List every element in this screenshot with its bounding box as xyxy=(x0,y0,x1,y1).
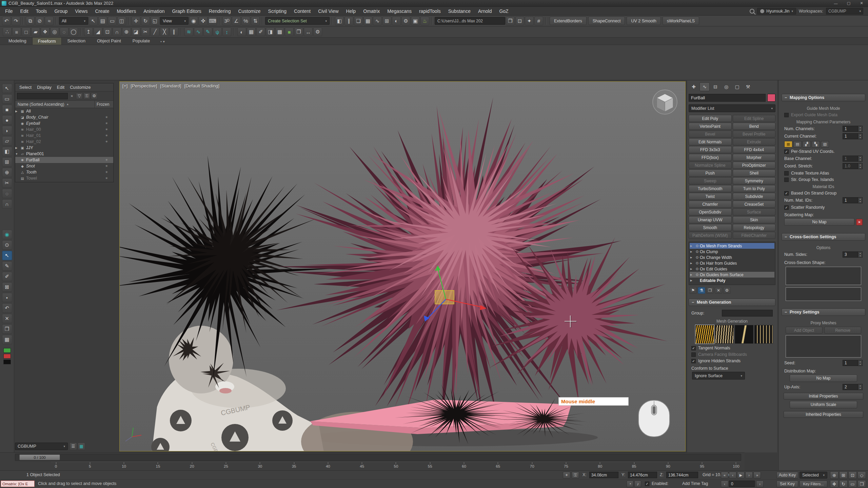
explorer-menu-item[interactable]: Edit xyxy=(54,85,67,90)
lock-explorer-icon[interactable]: ⚿ xyxy=(83,93,90,99)
menu-item[interactable]: Megascans xyxy=(383,8,415,14)
green-toggle-icon[interactable]: ■ xyxy=(285,27,294,36)
material-editor-icon[interactable]: ◐ xyxy=(392,17,401,25)
mirror-geometry-icon[interactable]: ◨ xyxy=(266,27,275,36)
layer-manager-icon[interactable]: ❏ xyxy=(354,17,363,25)
schematic-view-icon[interactable]: ⊞ xyxy=(382,17,391,25)
modifier-stack-row[interactable]: ▶ ⊙ Ox Mesh From Strands xyxy=(690,243,774,249)
num-sides-spinner[interactable]: 3▴▾ xyxy=(843,251,863,258)
distribution-map-button[interactable]: No Map xyxy=(790,374,857,382)
modifier-button[interactable]: Retopology xyxy=(733,224,776,231)
viewport-label[interactable]: [+] xyxy=(122,83,127,88)
scene-object-row[interactable]: ≋ Hair_00 ✳ xyxy=(15,126,113,133)
scene-object-row[interactable]: ▼ ▱ Plane001 xyxy=(15,151,113,157)
angle-snap-icon[interactable]: ∠ xyxy=(232,17,241,25)
strip-select-icon[interactable]: ↖ xyxy=(2,84,12,93)
expand-arrow-icon[interactable]: ▶ xyxy=(690,256,694,259)
polygon-mode-icon[interactable]: ▰ xyxy=(31,27,40,36)
modifier-button[interactable]: Morpher xyxy=(733,154,776,161)
modifier-visibility-icon[interactable]: ⊙ xyxy=(694,267,700,271)
modifier-visibility-icon[interactable]: ⊙ xyxy=(694,250,700,253)
set-key-button[interactable]: Set Key xyxy=(776,481,798,487)
uv-editor-icon[interactable]: ▦ xyxy=(247,27,256,36)
collapse-icon[interactable]: − xyxy=(692,300,694,305)
rollout-header[interactable]: − Mapping Options xyxy=(782,94,865,101)
material-apply-icon[interactable]: ◐ xyxy=(237,27,246,36)
map-channel-icon-4[interactable]: ▚ xyxy=(812,141,820,147)
show-end-result-icon[interactable]: ⚗ xyxy=(698,287,705,294)
collapse-icon[interactable]: − xyxy=(785,95,787,100)
menu-item[interactable]: Modifiers xyxy=(113,8,140,14)
modifier-button[interactable]: Subdivide xyxy=(733,193,776,200)
filter-icon[interactable]: ▽ xyxy=(76,93,83,99)
select-and-manipulate-icon[interactable]: ✜ xyxy=(199,17,208,25)
make-unique-icon[interactable]: ❐ xyxy=(706,287,714,294)
percent-snap-icon[interactable]: % xyxy=(241,17,250,25)
seed-spinner[interactable]: 1▴▾ xyxy=(843,360,863,366)
scene-object-row[interactable]: ▶ ▣ JJY xyxy=(15,145,113,151)
strand-preview-2[interactable] xyxy=(715,325,734,344)
snaps-toggle-3d-icon[interactable]: 3ᴰ xyxy=(222,17,231,25)
use-pivot-point-center-icon[interactable]: ◉ xyxy=(189,17,198,25)
quickslice-icon[interactable]: ╳ xyxy=(160,27,169,36)
strip-loop-icon[interactable]: ◌ xyxy=(2,189,12,198)
checkbox[interactable]: ✓ xyxy=(784,178,789,182)
open-folder-icon[interactable]: ❒ xyxy=(506,17,515,25)
weld-icon[interactable]: ⊕ xyxy=(122,27,131,36)
strip-plane-icon[interactable]: ▱ xyxy=(2,136,12,146)
strip-weld-icon[interactable]: ⊕ xyxy=(2,168,12,177)
color-swatch[interactable] xyxy=(3,354,11,359)
cut-icon[interactable]: ✂ xyxy=(141,27,150,36)
modifier-button[interactable]: Skin xyxy=(733,216,776,223)
modifier-stack-row[interactable]: ▶ ⊙ Ox Change Width xyxy=(690,255,774,260)
toggle-ribbon-icon[interactable]: ▦ xyxy=(363,17,372,25)
undo-icon[interactable]: ↶ xyxy=(2,17,11,25)
zoom-extents-icon[interactable]: ⊡ xyxy=(848,471,857,479)
edge-mode-icon[interactable]: ≡ xyxy=(12,27,21,36)
modifier-button[interactable]: Chamfer xyxy=(689,201,732,208)
workplane-icon[interactable]: # xyxy=(534,17,543,25)
gizmo-plane-handle[interactable] xyxy=(435,290,454,304)
scattering-map-button[interactable]: No Map xyxy=(784,218,854,226)
z-coordinate-field[interactable]: 136.744cm xyxy=(666,472,698,478)
ring-select-icon[interactable]: ◯ xyxy=(69,27,78,36)
num-mat-ids-spinner[interactable]: 1▴▾ xyxy=(843,197,863,203)
scene-object-row[interactable]: △ Tooth ✳ xyxy=(15,169,113,175)
checkbox[interactable]: ✓ xyxy=(691,346,696,350)
view-cube[interactable] xyxy=(651,88,678,116)
scene-object-row[interactable]: ▶ ▦ All xyxy=(15,108,113,114)
orbit-icon[interactable]: ↻ xyxy=(839,480,848,488)
frozen-toggle-icon[interactable]: ✳ xyxy=(105,158,108,162)
menu-item[interactable]: Arnold xyxy=(474,8,495,14)
user-account-button[interactable]: Hyunsuk.Jin ▾ xyxy=(757,8,796,15)
checkbox-row[interactable]: ✓ Tangent Normals xyxy=(691,346,773,350)
modifier-button[interactable]: Push xyxy=(689,169,732,177)
spinner-snap-icon[interactable]: ⇅ xyxy=(251,17,260,25)
modifier-stack-row[interactable]: ▶ Editable Poly xyxy=(690,278,774,283)
inherited-properties-header[interactable]: Inherited Properties xyxy=(784,411,863,418)
menu-item[interactable]: Content xyxy=(290,8,314,14)
modifier-button[interactable]: Edit Normals xyxy=(689,138,732,145)
remove-button[interactable]: Remove xyxy=(824,327,861,334)
base-channel-spinner[interactable]: 1▴▾ xyxy=(843,156,863,162)
checkbox[interactable]: ✓ xyxy=(691,359,696,363)
modifier-button[interactable]: Twist xyxy=(689,193,732,200)
unlink-selection-icon[interactable]: ⊘ xyxy=(35,17,44,25)
utilities-tab-icon[interactable]: ⚒ xyxy=(743,82,753,91)
clear-search-icon[interactable]: ✕ xyxy=(69,93,75,99)
modifier-button[interactable]: ProOptimizer xyxy=(733,162,776,169)
custom-script-button[interactable]: ExtendBorders xyxy=(550,17,587,25)
menu-item[interactable]: Animation xyxy=(140,8,168,14)
time-config-icon[interactable]: ◔ xyxy=(627,481,633,487)
strand-group-tex-islands-checkbox[interactable]: ✓ Str. Group Tex. Islands xyxy=(784,177,863,182)
display-tab-icon[interactable]: ▢ xyxy=(732,82,742,91)
sound-toggle-icon[interactable]: ♪ xyxy=(634,481,641,487)
ribbon-tab[interactable]: Selection xyxy=(62,37,91,45)
bevel-icon[interactable]: ◢ xyxy=(94,27,102,36)
pin-stack-icon[interactable]: ⚑ xyxy=(689,287,697,294)
clear-map-button[interactable]: ✕ xyxy=(856,219,863,225)
redo-icon[interactable]: ↷ xyxy=(12,17,20,25)
configure-modifier-sets-icon[interactable]: ⚙ xyxy=(723,287,731,294)
toolbar-settings-icon[interactable]: ⚙ xyxy=(313,27,322,36)
proxy-meshes-list[interactable] xyxy=(786,335,861,358)
